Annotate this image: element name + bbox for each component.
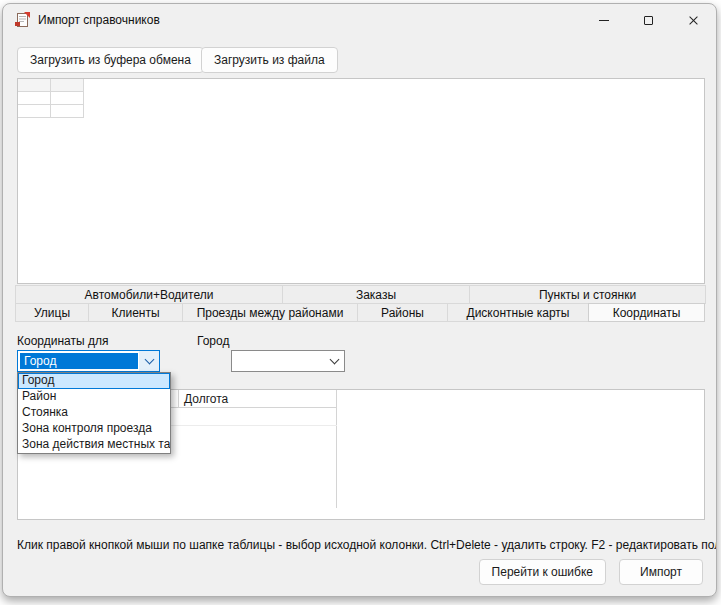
grid-cell: [18, 79, 51, 92]
tab-orders[interactable]: Заказы: [282, 285, 470, 304]
import-button[interactable]: Импорт: [619, 559, 703, 585]
close-button[interactable]: [671, 4, 716, 36]
grid-cell: [51, 105, 84, 118]
import-document-icon: [14, 12, 30, 28]
coordinates-for-dropdown-list: Город Район Стоянка Зона контроля проезд…: [17, 372, 171, 454]
hint-text: Клик правой кнопкой мыши по шапке таблиц…: [17, 538, 707, 552]
maximize-icon: [644, 16, 653, 25]
dropdown-item-district[interactable]: Район: [18, 389, 170, 405]
grid-cell: [51, 79, 84, 92]
maximize-button[interactable]: [626, 4, 671, 36]
empty-grid-cells: [18, 79, 84, 118]
chevron-down-icon: [329, 355, 339, 365]
tab-districts[interactable]: Районы: [357, 303, 448, 322]
grid-cell: [18, 92, 51, 105]
tab-strip-row-1: Автомобили+Водители Заказы Пункты и стоя…: [15, 285, 706, 304]
import-dictionaries-dialog: Импорт справочников Загрузить из буфера …: [2, 3, 717, 597]
minimize-button[interactable]: [581, 4, 626, 36]
source-data-grid[interactable]: [17, 78, 705, 284]
tab-streets[interactable]: Улицы: [15, 303, 89, 322]
longitude-column-header[interactable]: Долгота: [178, 390, 337, 408]
tab-strip-row-2: Улицы Клиенты Проезды между районами Рай…: [15, 303, 706, 322]
dropdown-item-city[interactable]: Город: [18, 373, 170, 389]
grid-cell: [18, 105, 51, 118]
titlebar[interactable]: Импорт справочников: [3, 4, 716, 36]
tab-coordinates[interactable]: Координаты: [588, 303, 705, 322]
city-combobox[interactable]: [231, 350, 345, 372]
tab-passages-between-districts[interactable]: Проезды между районами: [182, 303, 358, 322]
minimize-icon: [599, 20, 609, 21]
coordinates-for-label: Координаты для: [17, 334, 108, 348]
dropdown-item-passage-control-zone[interactable]: Зона контроля проезда: [18, 421, 170, 437]
chevron-down-icon: [144, 355, 154, 365]
combo-dropdown-button[interactable]: [139, 351, 159, 371]
tab-clients[interactable]: Клиенты: [88, 303, 183, 322]
goto-error-button[interactable]: Перейти к ошибке: [479, 559, 606, 585]
load-from-clipboard-button[interactable]: Загрузить из буфера обмена: [17, 47, 204, 73]
load-from-file-button[interactable]: Загрузить из файла: [201, 47, 338, 73]
tab-discount-cards[interactable]: Дисконтные карты: [447, 303, 589, 322]
tab-points-parkings[interactable]: Пункты и стоянки: [469, 285, 706, 304]
coordinates-for-selected-value: Город: [20, 353, 138, 369]
grid-cell: [51, 92, 84, 105]
dropdown-item-local-tariffs-zone[interactable]: Зона действия местных тар: [18, 437, 170, 453]
coordinates-for-combobox[interactable]: Город: [17, 350, 160, 372]
dropdown-item-parking[interactable]: Стоянка: [18, 405, 170, 421]
close-icon: [688, 15, 699, 26]
combo-dropdown-button[interactable]: [324, 351, 344, 371]
window-controls: [581, 4, 716, 36]
tab-cars-drivers[interactable]: Автомобили+Водители: [15, 285, 283, 304]
window-title: Импорт справочников: [38, 13, 160, 27]
city-label: Город: [197, 334, 229, 348]
